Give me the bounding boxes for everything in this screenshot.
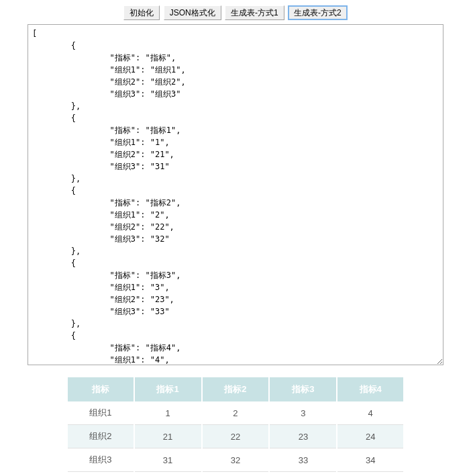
table-header-cell: 指标3 [269,377,337,401]
table-cell: 31 [134,448,202,472]
table-cell: 组织1 [68,401,134,425]
init-button[interactable]: 初始化 [123,5,160,20]
table-cell: 34 [337,448,403,472]
table-cell: 组织2 [68,425,134,448]
table-cell: 24 [337,425,403,448]
result-table: 指标 指标1 指标2 指标3 指标4 组织1 1 2 3 4 组织2 21 22… [68,377,403,472]
table-header-cell: 指标2 [202,377,270,401]
table-header-cell: 指标4 [337,377,403,401]
table-header-cell: 指标 [68,377,134,401]
table-row: 组织2 21 22 23 24 [68,425,403,448]
table-cell: 22 [202,425,270,448]
gen-table-1-button[interactable]: 生成表-方式1 [225,5,284,20]
table-cell: 23 [269,425,337,448]
table-row: 组织3 31 32 33 34 [68,448,403,472]
table-cell: 33 [269,448,337,472]
table-cell: 1 [134,401,202,425]
table-cell: 2 [202,401,270,425]
toolbar: 初始化 JSON格式化 生成表-方式1 生成表-方式2 [13,5,458,20]
table-cell: 4 [337,401,403,425]
table-row: 组织1 1 2 3 4 [68,401,403,425]
table-cell: 32 [202,448,270,472]
json-format-button[interactable]: JSON格式化 [164,5,221,20]
table-cell: 3 [269,401,337,425]
result-table-wrap: 指标 指标1 指标2 指标3 指标4 组织1 1 2 3 4 组织2 21 22… [68,377,403,472]
table-header-cell: 指标1 [134,377,202,401]
json-textarea[interactable] [28,24,443,365]
table-header-row: 指标 指标1 指标2 指标3 指标4 [68,377,403,401]
table-cell: 21 [134,425,202,448]
gen-table-2-button[interactable]: 生成表-方式2 [288,5,348,20]
table-cell: 组织3 [68,448,134,472]
